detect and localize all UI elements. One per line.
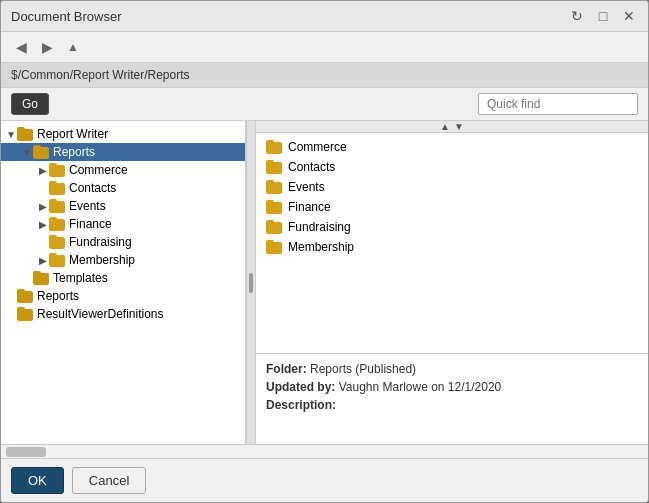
tree-item-label: Membership [69,253,135,267]
folder-name: Commerce [288,140,347,154]
info-panel: Folder: Reports (Published) Updated by: … [256,354,648,444]
list-item-fundraising[interactable]: Fundraising [256,217,648,237]
go-button[interactable]: Go [11,93,49,115]
tree-item-report-writer[interactable]: ▼ Report Writer [1,125,245,143]
description-label: Description: [266,398,336,412]
folder-icon [33,145,49,159]
folder-list-header: ▲ ▼ [256,121,648,133]
tree-item-templates[interactable]: ▶ Templates [1,269,245,287]
document-browser-dialog: Document Browser ↻ □ ✕ ◀ ▶ ▲ $/Common/Re… [0,0,649,503]
expand-arrow: ▼ [5,129,17,140]
updated-label: Updated by: [266,380,335,394]
updated-info-line: Updated by: Vaughn Marlowe on 12/1/2020 [266,380,638,394]
right-panel: ▲ ▼ Commerce Contacts Events [256,121,648,444]
list-item-membership[interactable]: Membership [256,237,648,257]
folder-icon [266,200,282,214]
panel-splitter[interactable] [246,121,256,444]
back-button[interactable]: ◀ [11,37,31,57]
folder-info-line: Folder: Reports (Published) [266,362,638,376]
folder-icon [17,307,33,321]
tree-item-result-viewer[interactable]: ▶ ResultViewerDefinitions [1,305,245,323]
folder-icon [49,199,65,213]
folder-icon [49,253,65,267]
expand-arrow: ▼ [21,147,33,158]
tree-item-label: Templates [53,271,108,285]
scroll-up-arrow[interactable]: ▲ [440,121,450,132]
folder-name: Fundraising [288,220,351,234]
path-bar: $/Common/Report Writer/Reports [1,62,648,88]
description-info-line: Description: [266,398,638,412]
tree-item-fundraising[interactable]: ▶ Fundraising [1,233,245,251]
tree-item-label: Events [69,199,106,213]
forward-button[interactable]: ▶ [37,37,57,57]
toolbar: Go [1,88,648,120]
list-item-finance[interactable]: Finance [256,197,648,217]
bottom-bar: OK Cancel [1,458,648,502]
folder-icon [33,271,49,285]
title-bar: Document Browser ↻ □ ✕ [1,1,648,32]
expand-arrow: ▶ [37,255,49,266]
quick-find-input[interactable] [478,93,638,115]
tree-item-label: ResultViewerDefinitions [37,307,164,321]
scroll-down-arrow[interactable]: ▼ [454,121,464,132]
folder-name: Finance [288,200,331,214]
folder-value: Reports (Published) [310,362,416,376]
tree-item-reports-root[interactable]: ▶ Reports [1,287,245,305]
folder-name: Contacts [288,160,335,174]
tree-item-commerce[interactable]: ▶ Commerce [1,161,245,179]
folder-icon [49,163,65,177]
tree-item-label: Commerce [69,163,128,177]
folder-name: Membership [288,240,354,254]
list-item-contacts[interactable]: Contacts [256,157,648,177]
folder-list: Commerce Contacts Events Finance Fundrai… [256,133,648,354]
tree-item-label: Reports [37,289,79,303]
main-content: ▼ Report Writer ▼ Reports ▶ Commerce ▶ C… [1,120,648,444]
navigation-bar: ◀ ▶ ▲ [1,32,648,62]
tree-item-label: Contacts [69,181,116,195]
tree-item-label: Reports [53,145,95,159]
expand-arrow: ▶ [37,165,49,176]
current-path: $/Common/Report Writer/Reports [11,68,190,82]
expand-arrow: ▶ [37,219,49,230]
tree-panel: ▼ Report Writer ▼ Reports ▶ Commerce ▶ C… [1,121,246,444]
cancel-button[interactable]: Cancel [72,467,146,494]
tree-item-label: Report Writer [37,127,108,141]
folder-label: Folder: [266,362,307,376]
folder-icon [266,140,282,154]
folder-name: Events [288,180,325,194]
tree-item-reports[interactable]: ▼ Reports [1,143,245,161]
maximize-button[interactable]: □ [594,7,612,25]
tree-item-contacts[interactable]: ▶ Contacts [1,179,245,197]
list-item-events[interactable]: Events [256,177,648,197]
folder-icon [49,235,65,249]
refresh-button[interactable]: ↻ [568,7,586,25]
splitter-handle [249,273,253,293]
folder-icon [266,240,282,254]
folder-icon [49,181,65,195]
folder-icon [17,127,33,141]
tree-item-label: Fundraising [69,235,132,249]
list-item-commerce[interactable]: Commerce [256,137,648,157]
ok-button[interactable]: OK [11,467,64,494]
tree-item-finance[interactable]: ▶ Finance [1,215,245,233]
tree-item-membership[interactable]: ▶ Membership [1,251,245,269]
folder-icon [266,160,282,174]
expand-arrow: ▶ [37,201,49,212]
folder-icon [266,220,282,234]
dialog-title: Document Browser [11,9,122,24]
tree-item-label: Finance [69,217,112,231]
updated-value: Vaughn Marlowe on 12/1/2020 [339,380,502,394]
close-button[interactable]: ✕ [620,7,638,25]
folder-icon [17,289,33,303]
horizontal-scrollbar[interactable] [1,444,648,458]
folder-icon [49,217,65,231]
up-button[interactable]: ▲ [63,37,83,57]
scroll-thumb [6,447,46,457]
folder-icon [266,180,282,194]
tree-item-events[interactable]: ▶ Events [1,197,245,215]
